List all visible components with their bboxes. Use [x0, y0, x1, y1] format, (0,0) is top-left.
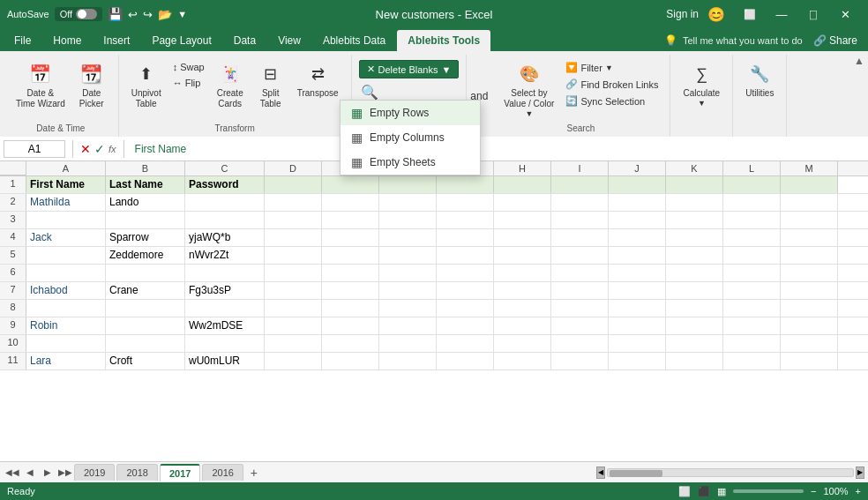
data-cell[interactable] [494, 353, 551, 369]
flip-button[interactable]: ↔ Flip [168, 76, 209, 90]
close-btn[interactable]: ✕ [829, 0, 861, 28]
data-cell[interactable] [322, 212, 379, 228]
data-cell[interactable] [781, 229, 838, 246]
save-icon[interactable]: 💾 [108, 7, 123, 21]
data-cell[interactable] [322, 247, 379, 264]
data-cell[interactable] [666, 247, 723, 264]
row-number[interactable]: 5 [0, 247, 26, 264]
data-cell[interactable] [265, 353, 322, 369]
hscroll-right[interactable]: ▶ [856, 466, 864, 479]
data-cell[interactable] [723, 282, 781, 299]
data-cell[interactable] [185, 300, 265, 317]
data-cell[interactable] [379, 335, 437, 352]
cell-reference-input[interactable] [4, 140, 65, 158]
col-header-d[interactable]: D [265, 161, 322, 175]
data-cell[interactable] [185, 335, 265, 352]
horizontal-scrollbar-thumb[interactable] [610, 470, 662, 477]
header-cell[interactable] [322, 176, 379, 193]
data-cell[interactable] [494, 335, 551, 352]
tab-file[interactable]: File [4, 30, 41, 51]
row-number[interactable]: 3 [0, 212, 26, 228]
data-cell[interactable] [26, 335, 106, 352]
data-cell[interactable] [723, 212, 781, 228]
data-cell[interactable] [494, 247, 551, 264]
data-cell[interactable] [106, 335, 185, 352]
data-cell[interactable] [437, 194, 494, 211]
autosave-toggle[interactable]: Off [55, 7, 102, 21]
row-number[interactable]: 2 [0, 194, 26, 211]
data-cell[interactable] [551, 229, 609, 246]
data-cell[interactable] [265, 194, 322, 211]
data-cell[interactable] [609, 229, 666, 246]
header-cell[interactable] [379, 176, 437, 193]
tab-page-layout[interactable]: Page Layout [141, 30, 221, 51]
data-cell[interactable] [781, 247, 838, 264]
data-cell[interactable] [379, 194, 437, 211]
data-cell[interactable] [609, 247, 666, 264]
data-cell[interactable] [379, 353, 437, 369]
data-cell[interactable] [494, 300, 551, 317]
data-cell[interactable] [26, 247, 106, 264]
calculate-button[interactable]: ∑ Calculate ▼ [677, 56, 725, 111]
data-cell[interactable] [437, 317, 494, 334]
select-by-value-button[interactable]: 🎨 Select byValue / Color ▼ [498, 56, 559, 122]
data-cell[interactable] [609, 317, 666, 334]
data-cell[interactable]: Sparrow [106, 229, 185, 246]
tab-home[interactable]: Home [42, 30, 92, 51]
data-cell[interactable] [379, 247, 437, 264]
ribbon-toggle-btn[interactable]: ⬜ [734, 0, 766, 28]
data-cell[interactable]: Mathilda [26, 194, 106, 211]
data-cell[interactable] [494, 282, 551, 299]
data-cell[interactable] [723, 300, 781, 317]
data-cell[interactable] [723, 317, 781, 334]
data-cell[interactable]: Crane [106, 282, 185, 299]
data-cell[interactable] [723, 229, 781, 246]
split-table-button[interactable]: ⊟ SplitTable [251, 56, 290, 113]
data-cell[interactable] [723, 265, 781, 281]
data-cell[interactable] [322, 300, 379, 317]
data-cell[interactable] [609, 282, 666, 299]
data-cell[interactable]: Robin [26, 317, 106, 334]
col-header-a[interactable]: A [26, 161, 106, 175]
data-cell[interactable] [437, 353, 494, 369]
restore-btn[interactable]: ⎕ [797, 0, 829, 28]
data-cell[interactable] [781, 353, 838, 369]
data-cell[interactable]: Zeddemore [106, 247, 185, 264]
data-cell[interactable] [781, 335, 838, 352]
sheet-tab-2016[interactable]: 2016 [202, 464, 243, 481]
data-cell[interactable] [781, 300, 838, 317]
signin-button[interactable]: Sign in [666, 8, 699, 20]
data-cell[interactable] [666, 353, 723, 369]
data-cell[interactable] [723, 247, 781, 264]
header-cell[interactable] [265, 176, 322, 193]
data-cell[interactable] [322, 194, 379, 211]
row-number[interactable]: 6 [0, 265, 26, 281]
data-cell[interactable] [185, 212, 265, 228]
data-cell[interactable] [265, 212, 322, 228]
redo-icon[interactable]: ↪ [143, 8, 153, 21]
data-cell[interactable] [723, 353, 781, 369]
open-icon[interactable]: 📂 [158, 8, 172, 21]
data-cell[interactable] [666, 229, 723, 246]
header-cell[interactable]: Password [185, 176, 265, 193]
sheet-tab-2018[interactable]: 2018 [116, 464, 157, 481]
col-header-i[interactable]: I [551, 161, 609, 175]
data-cell[interactable] [26, 300, 106, 317]
header-cell[interactable] [781, 176, 838, 193]
create-cards-button[interactable]: 🃏 CreateCards [211, 56, 250, 113]
col-header-m[interactable]: M [781, 161, 838, 175]
data-cell[interactable] [551, 317, 609, 334]
header-cell[interactable] [437, 176, 494, 193]
page-break-view-icon[interactable]: ▦ [717, 486, 726, 497]
col-header-k[interactable]: K [666, 161, 723, 175]
find-broken-links-button[interactable]: 🔗 Find Broken Links [561, 77, 662, 92]
data-cell[interactable] [437, 300, 494, 317]
row-number[interactable]: 10 [0, 335, 26, 352]
data-cell[interactable] [609, 335, 666, 352]
data-cell[interactable] [781, 317, 838, 334]
data-cell[interactable] [26, 265, 106, 281]
data-cell[interactable] [265, 317, 322, 334]
data-cell[interactable] [609, 265, 666, 281]
sheet-nav-left[interactable]: ◀ [21, 464, 39, 481]
filter-button[interactable]: 🔽 Filter ▼ [561, 60, 662, 75]
